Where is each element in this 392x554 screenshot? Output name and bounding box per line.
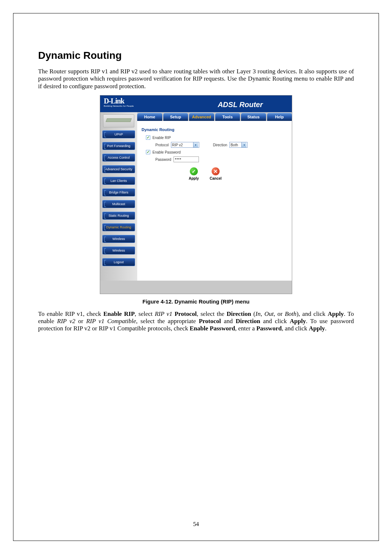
brand-tagline: Building Networks for People	[104, 105, 134, 107]
enable-password-row: ✓ Enable Password	[146, 150, 287, 154]
password-row: Password ••••	[155, 156, 287, 162]
sidebar: UPnPPort ForwardingAccess ControlAdvance…	[100, 112, 137, 281]
tab-home[interactable]: Home	[137, 113, 162, 121]
tab-row: HomeSetupAdvancedToolsStatusHelp	[137, 112, 292, 121]
enable-rip-label: Enable RIP	[152, 136, 171, 140]
ui-footer	[100, 281, 292, 294]
product-title: ADSL Router	[218, 101, 263, 109]
sidebar-item-advanced-security[interactable]: Advanced Security	[102, 165, 135, 173]
section-title: Dynamic Routing	[38, 50, 354, 61]
tab-advanced[interactable]: Advanced	[189, 113, 214, 121]
direction-label: Direction	[213, 143, 227, 147]
brand-logo: D-Link	[104, 97, 124, 105]
enable-password-checkbox[interactable]: ✓	[146, 150, 150, 154]
sidebar-item-wireless-management[interactable]: Wireless Management	[102, 235, 135, 243]
tab-setup[interactable]: Setup	[163, 113, 188, 121]
sidebar-item-static-routing[interactable]: Static Routing	[102, 212, 135, 220]
protocol-label: Protocol	[155, 143, 169, 147]
direction-select[interactable]: Both ▾	[229, 142, 248, 148]
tab-tools[interactable]: Tools	[215, 113, 240, 121]
password-label: Password	[155, 158, 171, 162]
panel-title: Dynamic Routing	[142, 127, 287, 132]
instructions-paragraph: To enable RIP v1, check Enable RIP, sele…	[38, 310, 354, 332]
sidebar-item-logout[interactable]: Logout	[102, 258, 135, 266]
chevron-down-icon: ▾	[193, 142, 198, 147]
router-screenshot: D-Link Building Networks for People ADSL…	[100, 95, 292, 294]
intro-paragraph: The Router supports RIP v1 and RIP v2 us…	[38, 68, 354, 90]
tab-help[interactable]: Help	[267, 113, 292, 121]
sidebar-item-dynamic-routing[interactable]: Dynamic Routing	[102, 223, 135, 231]
sidebar-item-port-forwarding[interactable]: Port Forwarding	[102, 142, 135, 150]
figure: D-Link Building Networks for People ADSL…	[38, 95, 354, 305]
router-header: D-Link Building Networks for People ADSL…	[100, 95, 292, 112]
sidebar-item-wireless-performance[interactable]: Wireless Performance	[102, 247, 135, 254]
page-number: 54	[13, 521, 379, 527]
x-icon: ✕	[212, 167, 220, 175]
apply-button[interactable]: ✓ Apply	[189, 167, 199, 180]
check-icon: ✓	[190, 167, 198, 175]
figure-caption: Figure 4-12. Dynamic Routing (RIP) menu	[38, 298, 354, 305]
enable-rip-checkbox[interactable]: ✓	[146, 135, 150, 140]
tab-status[interactable]: Status	[241, 113, 266, 121]
sidebar-item-multicast[interactable]: Multicast	[102, 200, 135, 208]
sidebar-item-lan-clients[interactable]: Lan Clients	[102, 177, 135, 185]
sidebar-item-access-control[interactable]: Access Control	[102, 154, 135, 162]
config-panel: Dynamic Routing ✓ Enable RIP Protocol RI…	[137, 121, 292, 187]
enable-password-label: Enable Password	[152, 150, 181, 154]
cancel-button[interactable]: ✕ Cancel	[210, 167, 222, 180]
sidebar-item-upnp[interactable]: UPnP	[102, 130, 135, 138]
protocol-select[interactable]: RIP v2 ▾	[171, 142, 199, 148]
device-image	[103, 114, 134, 127]
password-input[interactable]: ••••	[173, 156, 199, 162]
enable-rip-row: ✓ Enable RIP	[146, 135, 287, 140]
chevron-down-icon: ▾	[241, 142, 246, 147]
sidebar-item-bridge-filters[interactable]: Bridge Filters	[102, 188, 135, 196]
main-area: HomeSetupAdvancedToolsStatusHelp Dynamic…	[137, 112, 292, 281]
protocol-row: Protocol RIP v2 ▾ Direction Both ▾	[155, 142, 287, 148]
